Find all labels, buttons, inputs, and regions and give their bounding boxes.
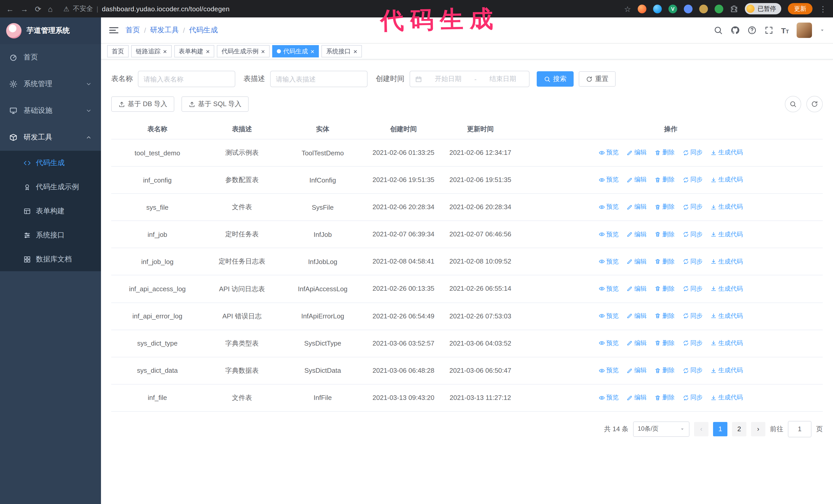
preview-link[interactable]: 预览 bbox=[599, 230, 619, 239]
help-question-icon[interactable] bbox=[747, 26, 756, 35]
sync-link[interactable]: 同步 bbox=[683, 393, 703, 402]
sidebar-item-dev-tools[interactable]: 研发工具 bbox=[0, 124, 101, 151]
tag-home[interactable]: 首页 bbox=[107, 45, 129, 57]
reset-button[interactable]: 重置 bbox=[579, 71, 616, 87]
sidebar-item-db-docs[interactable]: 数据库文档 bbox=[0, 247, 101, 271]
edit-link[interactable]: 编辑 bbox=[627, 393, 647, 402]
tag-system-api[interactable]: 系统接口 × bbox=[322, 45, 362, 57]
browser-home-icon[interactable]: ⌂ bbox=[48, 5, 52, 13]
edit-link[interactable]: 编辑 bbox=[627, 148, 647, 157]
browser-forward-icon[interactable]: → bbox=[21, 5, 28, 13]
next-page-button[interactable]: › bbox=[751, 422, 765, 436]
page-button-1[interactable]: 1 bbox=[713, 422, 728, 436]
delete-link[interactable]: 删除 bbox=[654, 230, 674, 239]
close-icon[interactable]: × bbox=[353, 48, 357, 55]
import-db-button[interactable]: 基于 DB 导入 bbox=[111, 96, 174, 112]
delete-link[interactable]: 删除 bbox=[654, 175, 674, 184]
preview-link[interactable]: 预览 bbox=[599, 175, 619, 184]
tag-form-builder[interactable]: 表单构建 × bbox=[174, 45, 214, 57]
table-name-input[interactable] bbox=[138, 71, 235, 87]
generate-code-link[interactable]: 生成代码 bbox=[711, 175, 743, 184]
date-range-picker[interactable]: 开始日期 - 结束日期 bbox=[410, 71, 529, 87]
sync-link[interactable]: 同步 bbox=[683, 148, 703, 157]
preview-link[interactable]: 预览 bbox=[599, 312, 619, 320]
edit-link[interactable]: 编辑 bbox=[627, 312, 647, 320]
page-size-select[interactable]: 10条/页 bbox=[633, 422, 689, 437]
preview-link[interactable]: 预览 bbox=[599, 257, 619, 266]
address-bar-url[interactable]: dashboard.yudao.iocoder.cn/tool/codegen bbox=[102, 5, 230, 13]
edit-link[interactable]: 编辑 bbox=[627, 257, 647, 266]
sidebar-item-infrastructure[interactable]: 基础设施 bbox=[0, 97, 101, 124]
generate-code-link[interactable]: 生成代码 bbox=[711, 339, 743, 347]
tag-trace[interactable]: 链路追踪 × bbox=[131, 45, 171, 57]
preview-link[interactable]: 预览 bbox=[599, 285, 619, 293]
sync-link[interactable]: 同步 bbox=[683, 339, 703, 347]
delete-link[interactable]: 删除 bbox=[654, 393, 674, 402]
edit-link[interactable]: 编辑 bbox=[627, 339, 647, 347]
generate-code-link[interactable]: 生成代码 bbox=[711, 366, 743, 375]
close-icon[interactable]: × bbox=[311, 48, 314, 55]
preview-link[interactable]: 预览 bbox=[599, 393, 619, 402]
edit-link[interactable]: 编辑 bbox=[627, 366, 647, 375]
extension-vue-devtools-icon[interactable]: V bbox=[668, 4, 677, 13]
sync-link[interactable]: 同步 bbox=[683, 285, 703, 293]
browser-menu-kebab-icon[interactable]: ⋮ bbox=[819, 5, 827, 13]
generate-code-link[interactable]: 生成代码 bbox=[711, 148, 743, 157]
edit-link[interactable]: 编辑 bbox=[627, 230, 647, 239]
breadcrumb-home[interactable]: 首页 bbox=[125, 26, 140, 35]
sync-link[interactable]: 同步 bbox=[683, 257, 703, 266]
font-size-icon[interactable]: TT bbox=[781, 26, 789, 34]
browser-reload-icon[interactable]: ⟳ bbox=[35, 5, 41, 13]
goto-page-input[interactable] bbox=[788, 421, 811, 437]
sidebar-item-code-generation[interactable]: 代码生成 bbox=[0, 151, 101, 175]
close-icon[interactable]: × bbox=[261, 48, 265, 55]
breadcrumb-dev-tools[interactable]: 研发工具 bbox=[150, 26, 179, 35]
extension-coin-icon[interactable] bbox=[699, 4, 708, 13]
tag-code-generation-active[interactable]: 代码生成 × bbox=[272, 45, 319, 57]
sync-link[interactable]: 同步 bbox=[683, 175, 703, 184]
extension-fox-icon[interactable] bbox=[638, 4, 646, 13]
import-sql-button[interactable]: 基于 SQL 导入 bbox=[182, 96, 249, 112]
table-desc-input[interactable] bbox=[270, 71, 367, 87]
generate-code-link[interactable]: 生成代码 bbox=[711, 203, 743, 212]
extension-drop-icon[interactable] bbox=[653, 4, 662, 13]
delete-link[interactable]: 删除 bbox=[654, 148, 674, 157]
browser-back-icon[interactable]: ← bbox=[6, 5, 14, 13]
sidebar-item-system-management[interactable]: 系统管理 bbox=[0, 71, 101, 97]
fullscreen-icon[interactable] bbox=[764, 26, 773, 35]
prev-page-button[interactable]: ‹ bbox=[694, 422, 709, 436]
generate-code-link[interactable]: 生成代码 bbox=[711, 285, 743, 293]
generate-code-link[interactable]: 生成代码 bbox=[711, 393, 743, 402]
delete-link[interactable]: 删除 bbox=[654, 285, 674, 293]
close-icon[interactable]: × bbox=[206, 48, 210, 55]
delete-link[interactable]: 删除 bbox=[654, 312, 674, 320]
delete-link[interactable]: 删除 bbox=[654, 366, 674, 375]
browser-update-button[interactable]: 更新 bbox=[788, 3, 812, 14]
site-security-indicator[interactable]: ⚠ 不安全 | dashboard.yudao.iocoder.cn/tool/… bbox=[63, 4, 230, 13]
refresh-table-button[interactable] bbox=[806, 96, 823, 112]
close-icon[interactable]: × bbox=[163, 48, 167, 55]
search-icon[interactable] bbox=[713, 26, 722, 35]
edit-link[interactable]: 编辑 bbox=[627, 285, 647, 293]
sidebar-item-form-builder[interactable]: 表单构建 bbox=[0, 199, 101, 223]
sidebar-item-codegen-example[interactable]: 代码生成示例 bbox=[0, 175, 101, 199]
bookmark-star-icon[interactable]: ☆ bbox=[624, 5, 631, 13]
profile-paused-chip[interactable]: 已暂停 bbox=[745, 3, 781, 14]
delete-link[interactable]: 删除 bbox=[654, 203, 674, 212]
generate-code-link[interactable]: 生成代码 bbox=[711, 312, 743, 320]
app-logo[interactable]: 芋道管理系统 bbox=[0, 18, 101, 44]
tag-codegen-example[interactable]: 代码生成示例 × bbox=[217, 45, 269, 57]
user-avatar[interactable] bbox=[796, 23, 812, 38]
sync-link[interactable]: 同步 bbox=[683, 312, 703, 320]
generate-code-link[interactable]: 生成代码 bbox=[711, 257, 743, 266]
search-button[interactable]: 搜索 bbox=[537, 71, 574, 87]
page-button-2[interactable]: 2 bbox=[732, 422, 746, 436]
sidebar-item-system-api[interactable]: 系统接口 bbox=[0, 223, 101, 247]
extension-people-icon[interactable] bbox=[684, 4, 693, 13]
generate-code-link[interactable]: 生成代码 bbox=[711, 230, 743, 239]
sync-link[interactable]: 同步 bbox=[683, 366, 703, 375]
toggle-search-button[interactable] bbox=[785, 96, 801, 112]
preview-link[interactable]: 预览 bbox=[599, 148, 619, 157]
edit-link[interactable]: 编辑 bbox=[627, 203, 647, 212]
extension-leaf-icon[interactable] bbox=[715, 4, 723, 13]
